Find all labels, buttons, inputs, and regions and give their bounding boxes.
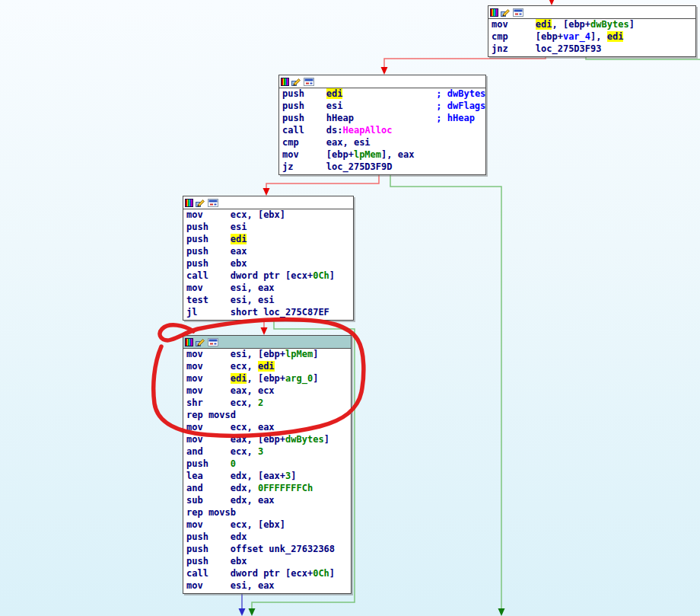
code-token: call ds: — [282, 125, 342, 136]
code-token: , [ebp+ — [552, 19, 590, 30]
node-title-bar[interactable] — [279, 75, 485, 88]
instruction-line[interactable]: cmp eax, esi — [282, 137, 484, 149]
code-token: ; dwBytes — [436, 88, 485, 99]
instruction-line[interactable]: mov ecx, [ebx] — [186, 209, 352, 222]
set-node-color-icon[interactable] — [185, 338, 193, 346]
instruction-line[interactable]: push ebx — [186, 556, 349, 568]
code-token: dwBytes — [590, 19, 629, 30]
set-node-color-icon[interactable] — [281, 78, 289, 86]
instruction-line[interactable]: rep movsb — [186, 507, 349, 519]
edit-icon[interactable] — [196, 337, 205, 346]
group-node-icon[interactable] — [304, 78, 314, 86]
edit-icon[interactable] — [196, 198, 205, 207]
code-token: 3 — [258, 446, 263, 457]
instruction-line[interactable]: push eax — [186, 246, 352, 258]
code-token: cmp eax, esi — [282, 137, 371, 148]
code-token: mov esi, eax — [186, 282, 275, 293]
instruction-line[interactable]: push esi ; dwFlags — [282, 101, 484, 113]
instruction-line[interactable]: mov [ebp+lpMem], eax — [282, 149, 484, 161]
instruction-line[interactable]: cmp [ebp+var_4], edi — [492, 31, 694, 43]
instruction-line[interactable]: mov edi, [ebp+dwBytes] — [492, 19, 694, 31]
instruction-line[interactable]: mov edi, [ebp+arg_0] — [186, 373, 349, 385]
node-code: mov esi, [ebp+lpMem]mov ecx, edimov edi,… — [183, 349, 351, 593]
instruction-line[interactable]: push edi — [186, 234, 352, 246]
node-title-bar[interactable] — [183, 336, 351, 349]
instruction-line[interactable]: and edx, 0FFFFFFFCh — [186, 483, 349, 495]
code-token: 0Ch — [313, 568, 329, 579]
instruction-line[interactable]: jl short loc_275C87EF — [186, 307, 352, 319]
code-token: lpMem — [285, 349, 313, 359]
graph-node-b3[interactable]: mov ecx, [ebx]push esipush edipush eaxpu… — [183, 196, 354, 321]
instruction-line[interactable]: mov ecx, edi — [186, 361, 349, 373]
highlighted-token: edi — [231, 234, 247, 244]
instruction-line[interactable]: mov esi, eax — [186, 580, 349, 592]
instruction-line[interactable]: mov eax, [ebp+dwBytes] — [186, 434, 349, 446]
set-node-color-icon[interactable] — [490, 8, 498, 17]
instruction-line[interactable]: sub edx, eax — [186, 495, 349, 507]
code-token: mov ecx, [ebx] — [186, 519, 285, 530]
code-token: HeapAlloc — [342, 125, 392, 136]
code-token: mov — [492, 19, 536, 30]
code-token: push — [186, 234, 231, 244]
instruction-line[interactable]: mov esi, eax — [186, 282, 352, 295]
instruction-line[interactable]: mov ecx, eax — [186, 422, 349, 434]
code-token: push esi — [282, 101, 436, 111]
instruction-line[interactable]: call dword ptr [ecx+0Ch] — [186, 270, 352, 282]
code-token: push ebx — [186, 556, 247, 567]
instruction-line[interactable]: push edx — [186, 531, 349, 544]
instruction-line[interactable]: mov ecx, [ebx] — [186, 519, 349, 531]
disassembly-graph-view[interactable]: mov edi, [ebp+dwBytes]cmp [ebp+var_4], e… — [0, 0, 700, 616]
graph-node-b2[interactable]: push edi ; dwBytespush esi ; dwFlagspush… — [278, 75, 486, 175]
code-token: ] — [629, 19, 635, 30]
code-token: rep movsb — [186, 507, 236, 518]
code-token: jnz loc_275D3F93 — [492, 43, 602, 54]
code-token: call dword ptr [ecx+ — [186, 270, 313, 281]
group-node-icon[interactable] — [208, 199, 218, 207]
instruction-line[interactable]: mov esi, [ebp+lpMem] — [186, 349, 349, 361]
code-token: arg_0 — [285, 373, 313, 384]
instruction-line[interactable]: jnz loc_275D3F93 — [492, 43, 694, 56]
code-token: and edx, — [186, 483, 258, 493]
graph-node-b4[interactable]: mov esi, [ebp+lpMem]mov ecx, edimov edi,… — [183, 335, 352, 594]
instruction-line[interactable]: call ds:HeapAlloc — [282, 125, 484, 137]
node-code: push edi ; dwBytespush esi ; dwFlagspush… — [279, 88, 485, 174]
instruction-line[interactable]: test esi, esi — [186, 295, 352, 307]
group-node-icon[interactable] — [208, 338, 218, 346]
group-node-icon[interactable] — [513, 8, 523, 17]
code-token: and ecx, — [186, 446, 258, 457]
code-token: ] — [291, 471, 296, 481]
code-token: ] — [313, 349, 318, 359]
instruction-line[interactable]: mov eax, ecx — [186, 385, 349, 397]
code-token: sub edx, eax — [186, 495, 275, 506]
code-token: push — [186, 458, 231, 469]
set-node-color-icon[interactable] — [185, 199, 193, 207]
code-token: ] — [324, 434, 329, 445]
code-token: var_4 — [563, 31, 590, 42]
highlighted-token: edi — [536, 19, 552, 30]
code-token: push — [282, 88, 326, 99]
code-token: 0 — [231, 458, 236, 469]
instruction-line[interactable]: and ecx, 3 — [186, 446, 349, 458]
instruction-line[interactable]: push hHeap ; hHeap — [282, 113, 484, 125]
instruction-line[interactable]: call dword ptr [ecx+0Ch] — [186, 568, 349, 580]
code-token: mov ecx, [ebx] — [186, 209, 285, 220]
node-title-bar[interactable] — [488, 6, 695, 19]
edit-icon[interactable] — [501, 8, 511, 17]
instruction-line[interactable]: shr ecx, 2 — [186, 397, 349, 410]
instruction-line[interactable]: lea edx, [eax+3] — [186, 471, 349, 483]
node-title-bar[interactable] — [183, 196, 353, 209]
code-token: mov ecx, — [186, 361, 258, 372]
node-code: mov ecx, [ebx]push esipush edipush eaxpu… — [183, 209, 353, 320]
node-code: mov edi, [ebp+dwBytes]cmp [ebp+var_4], e… — [488, 19, 695, 56]
instruction-line[interactable]: push edi ; dwBytes — [282, 88, 484, 101]
code-token: 0Ch — [313, 270, 329, 281]
edit-icon[interactable] — [291, 77, 301, 86]
instruction-line[interactable]: push offset unk_27632368 — [186, 544, 349, 556]
instruction-line[interactable]: push 0 — [186, 458, 349, 471]
instruction-line[interactable]: jz loc_275D3F9D — [282, 161, 484, 174]
graph-node-b1[interactable]: mov edi, [ebp+dwBytes]cmp [ebp+var_4], e… — [488, 5, 696, 57]
instruction-line[interactable]: rep movsd — [186, 410, 349, 422]
instruction-line[interactable]: push ebx — [186, 258, 352, 270]
instruction-line[interactable]: push esi — [186, 222, 352, 234]
code-token: call dword ptr [ecx+ — [186, 568, 313, 579]
